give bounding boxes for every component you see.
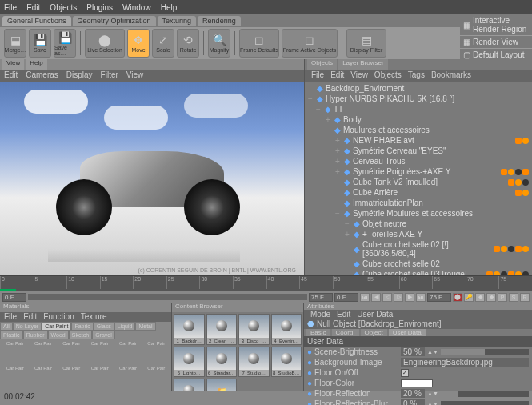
materials-grid[interactable]: Car PairCar PairCar PairCar PairCar Pair… [0,339,171,391]
expand-icon[interactable]: − [316,105,322,114]
objects-menu-view[interactable]: View [350,70,368,82]
objects-menu-bookmarks[interactable]: Bookmarks [431,70,471,82]
mat-tab-car-paint[interactable]: Car Paint [42,322,71,331]
tree-item[interactable]: −◆Moulures et accessoires [306,125,530,135]
attr-tab-basic[interactable]: Basic [306,329,330,336]
frame-defaults-button[interactable]: ◻Frame Defaults [239,29,279,58]
key-next-button[interactable]: ◆ [486,293,496,302]
material-item[interactable]: Car Pair [114,366,141,389]
play-back-button[interactable]: ◁ [382,293,392,302]
menu-plugins[interactable]: Plugins [86,3,113,12]
material-item[interactable]: Car Pair [58,341,85,364]
content-browser-grid[interactable]: 1_Backdr…2_Clean_…3_Disco_…4_Evenin…5_Li… [172,312,303,391]
3d-viewport[interactable]: (c) CORENTIN SEGUIN DE BROIN | BNTL | WW… [0,82,304,275]
browser-item[interactable]: 8_StudioB… [271,347,302,378]
tree-item[interactable]: ◆ImmatriculationPlan [306,198,530,208]
mat-tab-metal[interactable]: Metal [135,322,155,331]
vp-menu-view[interactable]: View [126,70,144,82]
slider[interactable] [441,349,529,355]
attr-menu-edit[interactable]: Edit [337,310,350,319]
material-item[interactable]: Car Pair [30,341,56,364]
timeline-start[interactable]: 0 F [2,293,26,302]
mat-tab-no-layer[interactable]: No Layer [13,322,42,331]
tree-item[interactable]: +◆Symétrie Poignées-+AXE Y [306,166,530,177]
tab-general-functions[interactable]: General Functions [2,16,71,26]
merge--button[interactable]: ⬓Merge… [4,29,26,58]
vp-tab-view[interactable]: View [2,59,24,70]
object-tree[interactable]: ◆Backdrop_Enviroment−◆Hyper NURBS PIKACH… [305,82,532,275]
attr-tab-user-data[interactable]: User Data [389,329,426,336]
browser-item[interactable]: 7_Studio… [238,347,270,378]
mat-tab-sketch[interactable]: Sketch [69,331,92,339]
autokey-button[interactable]: 🔑 [464,293,474,302]
vp-tab-help[interactable]: Help [26,59,46,70]
frame-active-objects-button[interactable]: ◻Frame Active Objects [282,29,338,58]
tree-item[interactable]: −◆Hyper NURBS PIKACHU 5K [16.8 °] [306,94,530,104]
step-back-button[interactable]: ◀ [371,293,381,302]
browser-item[interactable]: 4_Evenin… [271,314,302,345]
attr-menu-mode[interactable]: Mode [310,310,330,319]
objects-menu-objects[interactable]: Objects [374,70,402,82]
mat-tab-all[interactable]: All [0,322,13,331]
attr-menu-user-data[interactable]: User Data [357,310,393,319]
objects-tab-layer-browser[interactable]: Layer Browser [338,59,388,70]
key-prev-button[interactable]: ◆ [475,293,485,302]
expand-icon[interactable]: − [326,126,332,134]
tree-item[interactable]: ◆Cube crochet selle 03 [rouge] [306,269,530,275]
tree-item[interactable]: +◆NEW PHARE avt [306,135,530,146]
record-button[interactable]: ⬤ [453,293,462,302]
expand-icon[interactable]: − [308,94,314,103]
material-item[interactable]: Car Pair [2,366,28,389]
browser-item[interactable]: 📁tex [206,379,238,391]
menu-objects[interactable]: Objects [50,3,77,12]
expand-icon[interactable]: + [335,157,342,166]
material-item[interactable]: Car Pair [143,341,170,364]
goto-start-button[interactable]: ⏮ [360,293,370,302]
objects-tab-objects[interactable]: Objects [307,59,337,70]
color-swatch[interactable] [401,379,433,387]
goto-end-button[interactable]: ⏭ [416,293,426,302]
timeline[interactable]: 051015202530354045505560657075 0 F 75 F … [0,275,532,303]
mat-tab-wood[interactable]: Wood [48,331,69,339]
pos-key-button[interactable]: P [498,293,507,302]
material-item[interactable]: Car Pair [58,366,85,389]
save-button[interactable]: 💾Save [29,29,51,58]
expand-icon[interactable]: − [345,219,351,228]
expand-icon[interactable]: + [335,146,342,155]
menu-file[interactable]: File [4,3,17,12]
vp-menu-display[interactable]: Display [66,70,93,82]
mat-menu-file[interactable]: File [4,312,17,322]
mat-tab-gravel[interactable]: Gravel [92,331,115,339]
browser-item[interactable]: 5_Lightp… [174,347,205,378]
tree-item[interactable]: +◆+- oreilles AXE Y [306,229,530,239]
browser-item[interactable]: 1_Backdr… [174,314,205,345]
tree-item[interactable]: ◆Cube crochet selle 02 [306,259,530,269]
tree-item[interactable]: +◆Symétrie Cerveau "EYES" [306,146,530,156]
mat-tab-rubber[interactable]: Rubber [23,331,48,339]
tree-item[interactable]: ◆Cube Arrière [306,187,530,198]
tree-item[interactable]: −◆Objet neutre [306,219,530,229]
tree-item[interactable]: ◆Cube Tank V2 [moulled] [306,177,530,187]
menu-help[interactable]: Help [161,3,178,12]
browser-item[interactable]: 3_Disco_… [238,314,270,345]
checkbox[interactable]: ✓ [401,369,409,377]
tab-geometry-optimization[interactable]: Geometry Optimization [73,16,156,26]
browser-item[interactable]: 9_Three_… [174,379,205,391]
vp-menu-filter[interactable]: Filter [101,70,118,82]
browser-item[interactable]: 6_Standar… [206,347,238,378]
expand-icon[interactable]: − [335,209,342,218]
play-forward-button[interactable]: ▷ [394,293,403,302]
tab-rendering[interactable]: Rendering [198,16,241,26]
mat-tab-liquid[interactable]: Liquid [114,322,136,331]
material-item[interactable]: Car Pair [86,366,113,389]
tab-texturing[interactable]: Texturing [158,16,197,26]
objects-menu-tags[interactable]: Tags [408,70,425,82]
shortcut-interactive-render-region[interactable]: ▦Interactive Render Region [460,14,532,35]
menu-edit[interactable]: Edit [26,3,40,12]
slider[interactable] [441,391,529,397]
mat-tab-fabric[interactable]: Fabric [71,322,93,331]
scale-button[interactable]: ⤢Scale [152,29,174,58]
material-item[interactable]: Car Pair [86,341,113,364]
rotate-button[interactable]: ⟲Rotate [177,29,199,58]
live-selection-button[interactable]: ⬤Live Selection [85,29,125,58]
